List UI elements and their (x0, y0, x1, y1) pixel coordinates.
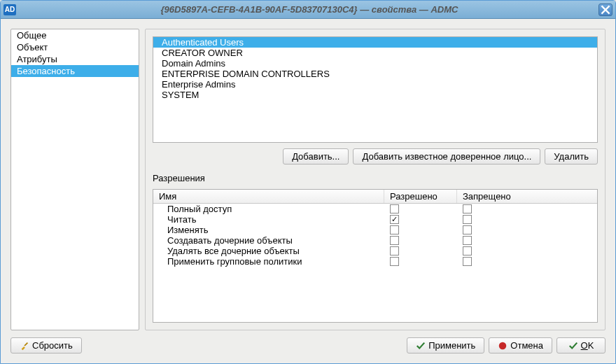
principal-row[interactable]: ENTERPRISE DOMAIN CONTROLLERS (153, 69, 597, 79)
properties-dialog: AD {96D5897A-CEFB-4A1B-90AF-5D83707130C4… (0, 0, 616, 364)
broom-icon (20, 341, 29, 351)
allow-checkbox[interactable] (390, 225, 399, 234)
deny-checkbox[interactable] (463, 225, 472, 234)
main-row: ОбщееОбъектАтрибутыБезопасность Authenti… (10, 29, 606, 330)
deny-checkbox[interactable] (463, 257, 472, 266)
spacer (86, 337, 402, 354)
permissions-table: Имя Разрешено Запрещено Полный доступЧит… (153, 189, 598, 323)
deny-checkbox[interactable] (463, 204, 472, 214)
principal-row[interactable]: Domain Admins (153, 58, 597, 69)
close-button[interactable] (598, 4, 612, 16)
permissions-header: Имя Разрешено Запрещено (153, 190, 597, 204)
cancel-button[interactable]: Отмена (489, 337, 552, 354)
stop-icon (498, 341, 507, 351)
add-principal-button[interactable]: Добавить... (283, 148, 349, 164)
principal-row[interactable]: Authenticated Users (153, 37, 597, 48)
ok-button[interactable]: OK (556, 337, 606, 354)
sidebar-item[interactable]: Объект (11, 41, 139, 53)
permission-name: Полный доступ (153, 204, 384, 214)
allow-checkbox[interactable] (390, 246, 399, 255)
permission-name: Создавать дочерние объекты (153, 235, 384, 246)
titlebar[interactable]: AD {96D5897A-CEFB-4A1B-90AF-5D83707130C4… (1, 1, 615, 19)
permission-row: Полный доступ (153, 204, 597, 214)
deny-checkbox[interactable] (463, 215, 472, 224)
apply-button[interactable]: Применить (407, 337, 484, 354)
permissions-body: Полный доступЧитать✓ИзменятьСоздавать до… (153, 204, 597, 322)
principals-list[interactable]: Authenticated UsersCREATOR OWNERDomain A… (153, 36, 598, 143)
sidebar-item[interactable]: Безопасность (11, 65, 139, 77)
remove-principal-button[interactable]: Удалить (545, 148, 598, 164)
reset-button[interactable]: Сбросить (10, 337, 82, 354)
permission-row: Удалять все дочерние объекты (153, 246, 597, 256)
cancel-label: Отмена (510, 340, 543, 351)
apply-label: Применить (428, 340, 475, 351)
ok-check-icon (568, 341, 578, 351)
permission-name: Применить групповые политики (153, 256, 384, 267)
close-icon (601, 5, 610, 15)
principal-row[interactable]: Enterprise Admins (153, 79, 597, 90)
dialog-buttons: Сбросить Применить Отмена OK (10, 330, 606, 354)
ok-label: OK (581, 340, 594, 351)
check-icon (416, 341, 426, 351)
svg-point-0 (499, 342, 507, 349)
col-header-name[interactable]: Имя (153, 190, 384, 203)
sidebar-item[interactable]: Атрибуты (11, 53, 139, 65)
permissions-label: Разрешения (153, 170, 598, 183)
deny-checkbox[interactable] (463, 236, 472, 245)
allow-checkbox[interactable] (390, 236, 399, 245)
allow-checkbox[interactable] (390, 257, 399, 266)
reset-label: Сбросить (32, 340, 73, 351)
app-icon: AD (4, 4, 16, 15)
sidebar-item[interactable]: Общее (11, 29, 139, 41)
permission-name: Удалять все дочерние объекты (153, 246, 384, 256)
permission-name: Читать (153, 214, 384, 225)
permission-row: Читать✓ (153, 214, 597, 225)
principal-row[interactable]: CREATOR OWNER (153, 48, 597, 58)
permission-row: Создавать дочерние объекты (153, 235, 597, 246)
permission-name: Изменять (153, 225, 384, 235)
permission-row: Изменять (153, 225, 597, 235)
dialog-body: ОбщееОбъектАтрибутыБезопасность Authenti… (1, 19, 615, 363)
deny-checkbox[interactable] (463, 246, 472, 255)
category-sidebar: ОбщееОбъектАтрибутыБезопасность (10, 29, 139, 330)
add-wellknown-principal-button[interactable]: Добавить известное доверенное лицо... (353, 148, 540, 164)
principal-row[interactable]: SYSTEM (153, 90, 597, 100)
col-header-deny[interactable]: Запрещено (457, 190, 597, 203)
allow-checkbox[interactable]: ✓ (390, 215, 399, 224)
col-header-allow[interactable]: Разрешено (384, 190, 457, 203)
window-title: {96D5897A-CEFB-4A1B-90AF-5D83707130C4} —… (20, 4, 598, 15)
principal-buttons: Добавить... Добавить известное доверенно… (153, 148, 598, 164)
allow-checkbox[interactable] (390, 204, 399, 214)
permission-row: Применить групповые политики (153, 256, 597, 267)
security-panel: Authenticated UsersCREATOR OWNERDomain A… (145, 29, 606, 330)
